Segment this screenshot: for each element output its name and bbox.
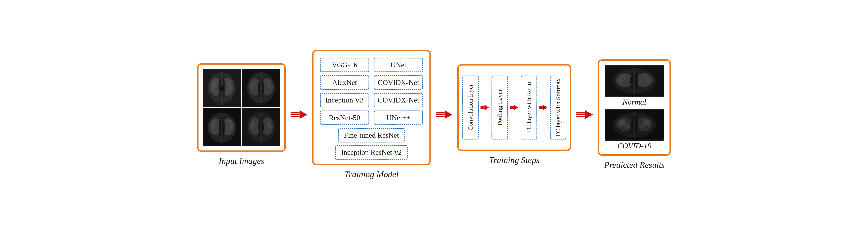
input-images-box bbox=[197, 63, 286, 152]
input-section: Input Images bbox=[197, 63, 286, 166]
training-steps-label: Training Steps bbox=[489, 155, 540, 165]
step-pooling: Pooling Layer bbox=[492, 76, 508, 140]
predicted-normal-item: Normal bbox=[605, 65, 664, 106]
predicted-covid-img bbox=[605, 109, 664, 141]
model-unet: UNet bbox=[374, 58, 423, 72]
model-covidxnet1: COVIDX-Net bbox=[374, 75, 423, 90]
predicted-results-box: Normal bbox=[598, 59, 671, 156]
xray-img-1 bbox=[203, 69, 241, 107]
svg-marker-40 bbox=[514, 105, 518, 110]
svg-point-62 bbox=[639, 124, 645, 128]
model-inceptionv3: Inception V3 bbox=[320, 93, 369, 107]
predicted-results-label: Predicted Results bbox=[604, 160, 665, 170]
predicted-covid-label: COVID-19 bbox=[617, 142, 651, 150]
model-vgg16: VGG-16 bbox=[320, 58, 369, 72]
predicted-section: Normal bbox=[598, 59, 671, 170]
training-model-section: VGG-16 UNet AlexNet COVIDX-Net Inception… bbox=[312, 50, 431, 179]
predicted-normal-label: Normal bbox=[622, 98, 646, 106]
model-grid: VGG-16 UNet AlexNet COVIDX-Net Inception… bbox=[318, 56, 425, 126]
training-steps-box: Convolution layer Pooling Layer bbox=[457, 64, 571, 151]
svg-marker-36 bbox=[485, 105, 489, 110]
predicted-normal-img bbox=[605, 65, 664, 97]
training-model-label: Training Model bbox=[344, 169, 399, 179]
training-model-box: VGG-16 UNet AlexNet COVIDX-Net Inception… bbox=[312, 50, 431, 165]
main-diagram: Input Images VGG-16 UNet AlexNet COVIDX-… bbox=[12, 50, 856, 179]
training-steps-section: Convolution layer Pooling Layer bbox=[457, 64, 571, 165]
svg-marker-44 bbox=[543, 105, 547, 110]
xray-img-3 bbox=[203, 108, 241, 146]
step-fc-softmax: FC layer with Softmax bbox=[550, 76, 566, 140]
model-alexnet: AlexNet bbox=[320, 75, 369, 90]
predicted-images: Normal bbox=[603, 65, 665, 150]
model-inception-resnet: Inception ResNet-v2 bbox=[335, 145, 408, 160]
arrow-3 bbox=[576, 107, 594, 123]
svg-point-6 bbox=[219, 86, 224, 91]
svg-point-59 bbox=[625, 123, 630, 128]
xray-img-4 bbox=[242, 108, 280, 146]
model-covidxnet2: COVIDX-Net bbox=[374, 93, 423, 107]
step-fc-relu: FC layer with ReLu bbox=[521, 76, 537, 140]
xray-img-2 bbox=[242, 69, 280, 107]
input-label: Input Images bbox=[219, 156, 264, 166]
arrow-2 bbox=[435, 107, 453, 123]
steps-inner: Convolution layer Pooling Layer bbox=[461, 71, 567, 144]
model-resnet50: ResNet-50 bbox=[320, 111, 369, 125]
svg-marker-28 bbox=[300, 110, 307, 119]
model-bottom: Fine-tuned ResNet Inception ResNet-v2 bbox=[318, 128, 425, 160]
svg-marker-32 bbox=[445, 110, 453, 119]
arrow-1 bbox=[290, 107, 308, 123]
svg-marker-48 bbox=[585, 110, 593, 119]
step-convolution: Convolution layer bbox=[462, 76, 479, 140]
model-finetuned-resnet: Fine-tuned ResNet bbox=[338, 128, 405, 142]
step-arrow-2 bbox=[509, 103, 519, 112]
step-arrow-1 bbox=[480, 103, 490, 112]
xray-image-grid bbox=[203, 69, 280, 146]
predicted-covid-item: COVID-19 bbox=[605, 109, 664, 150]
model-unetpp: UNet++ bbox=[374, 111, 423, 125]
step-arrow-3 bbox=[538, 103, 549, 112]
